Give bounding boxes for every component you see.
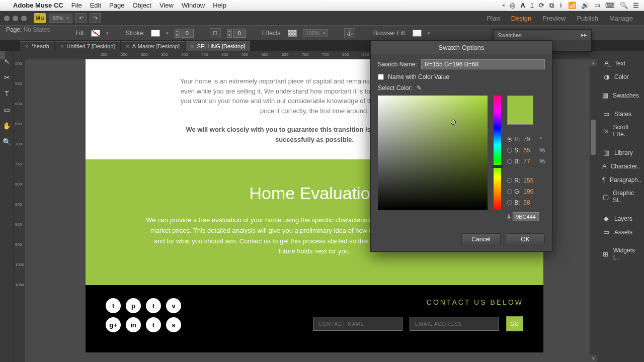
mode-plan[interactable]: Plan: [487, 15, 500, 22]
scroll-up-icon[interactable]: ▴: [590, 59, 597, 66]
hand-tool-icon[interactable]: ✋: [3, 122, 12, 131]
mode-preview[interactable]: Preview: [542, 15, 566, 22]
panel-toggle-icon[interactable]: [0, 51, 5, 59]
b-value[interactable]: 77: [523, 158, 537, 165]
s-value[interactable]: 65: [523, 147, 537, 154]
adobe-badge[interactable]: A: [520, 2, 525, 9]
tumblr-icon[interactable]: t: [146, 317, 161, 332]
panel-swatches[interactable]: ▦Swatches: [597, 88, 644, 102]
scroll-thumb[interactable]: [591, 120, 596, 155]
stroke-width-stepper[interactable]: ▴▾: [175, 29, 194, 38]
text-tool-icon[interactable]: T: [3, 89, 12, 99]
linkedin-icon[interactable]: in: [126, 317, 141, 332]
close-icon[interactable]: ×: [191, 43, 194, 49]
stroke-swatch[interactable]: [151, 30, 160, 37]
input-icon[interactable]: ⌨: [605, 2, 615, 9]
googleplus-icon[interactable]: g+: [106, 317, 121, 332]
panel-graphic-styles[interactable]: ▢Graphic St..: [597, 187, 644, 207]
go-button[interactable]: GO: [506, 316, 523, 331]
panel-collapse-icon[interactable]: ▸▸: [581, 32, 587, 38]
s-radio[interactable]: [507, 148, 512, 153]
bc-value[interactable]: 68: [523, 199, 537, 206]
crop-tool-icon[interactable]: ✂: [3, 73, 12, 82]
vertical-scrollbar[interactable]: ▴ ▾: [590, 59, 597, 362]
ok-button[interactable]: OK: [506, 233, 545, 245]
hex-input[interactable]: [513, 212, 539, 221]
panel-states[interactable]: ▭States: [597, 107, 644, 121]
contact-email-input[interactable]: [410, 317, 499, 331]
rectangle-tool-icon[interactable]: ▭: [3, 106, 12, 115]
scroll-down-icon[interactable]: ▾: [590, 355, 597, 362]
menu-page[interactable]: Page: [109, 2, 124, 9]
mode-design[interactable]: Design: [511, 15, 531, 22]
h-radio[interactable]: [507, 137, 512, 142]
menu-edit[interactable]: Edit: [90, 2, 101, 9]
status-stop-icon[interactable]: ▪: [503, 2, 505, 9]
undo-icon[interactable]: ↶: [75, 13, 87, 23]
close-icon[interactable]: ×: [25, 43, 28, 49]
volume-icon[interactable]: 🔊: [581, 2, 589, 9]
mode-publish[interactable]: Publish: [577, 15, 598, 22]
twitter-icon[interactable]: t: [146, 298, 161, 313]
window-controls[interactable]: [4, 16, 27, 21]
wifi-icon[interactable]: 📶: [568, 2, 576, 9]
mode-manage[interactable]: Manage: [609, 15, 633, 22]
panel-scroll-effects[interactable]: fxScroll Effe..: [597, 121, 644, 141]
swatch-name-input[interactable]: [421, 59, 545, 69]
panel-text[interactable]: A͟Text: [597, 56, 644, 70]
skype-icon[interactable]: s: [166, 317, 181, 332]
tab-amaster[interactable]: ×A-Master [Desktop]: [121, 41, 185, 51]
tab-untitled7[interactable]: ×Untitled 7 [Desktop]: [55, 41, 120, 51]
eyedropper-icon[interactable]: ✎: [417, 84, 422, 92]
redo-icon[interactable]: ↷: [90, 13, 101, 23]
spotlight-icon[interactable]: 🔍: [620, 2, 628, 9]
effects-swatch[interactable]: [288, 30, 297, 37]
corner-icon[interactable]: ◻: [210, 28, 221, 38]
r-radio[interactable]: [507, 178, 512, 183]
battery-icon[interactable]: ▭: [594, 2, 600, 9]
cc-icon[interactable]: ◎: [510, 2, 515, 9]
opacity-dropdown[interactable]: 100%: [303, 29, 328, 37]
tab-hearth[interactable]: ×*hearth: [20, 41, 54, 51]
menu-view[interactable]: View: [159, 2, 174, 9]
menu-window[interactable]: Window: [182, 2, 205, 9]
page-state-dropdown[interactable]: No States: [24, 26, 50, 33]
saturation-value-picker[interactable]: [378, 96, 488, 210]
panel-library[interactable]: ▥Library: [597, 146, 644, 159]
menu-help[interactable]: Help: [213, 2, 226, 9]
panel-widgets[interactable]: ⊞Widgets L..: [597, 244, 644, 264]
panel-character[interactable]: ACharacter..: [597, 159, 644, 173]
r-value[interactable]: 155: [523, 177, 537, 184]
panel-paragraph[interactable]: ¶Paragraph..: [597, 173, 644, 187]
browser-fill-swatch[interactable]: [413, 30, 422, 37]
menu-object[interactable]: Object: [132, 2, 151, 9]
g-value[interactable]: 196: [523, 188, 537, 195]
sv-cursor-icon[interactable]: [451, 120, 456, 125]
tab-selling[interactable]: ×SELLING [Desktop]: [186, 41, 250, 51]
vimeo-icon[interactable]: v: [166, 298, 181, 313]
close-icon[interactable]: ×: [126, 43, 129, 49]
menu-file[interactable]: File: [71, 2, 82, 9]
b-radio[interactable]: [507, 159, 512, 164]
bluetooth-icon[interactable]: ᚼ: [559, 2, 563, 9]
hue-slider[interactable]: [494, 96, 501, 210]
panel-assets[interactable]: ▭Assets: [597, 225, 644, 239]
cancel-button[interactable]: Cancel: [461, 233, 501, 245]
anchor-icon[interactable]: ⚓: [344, 28, 355, 38]
hamburger-icon[interactable]: ☰: [633, 2, 639, 9]
hue-indicator-icon[interactable]: [492, 165, 503, 168]
g-radio[interactable]: [507, 189, 512, 194]
contact-name-input[interactable]: [313, 317, 403, 331]
close-icon[interactable]: ×: [60, 43, 63, 49]
panel-color[interactable]: ◑Color: [597, 70, 644, 83]
sync-icon[interactable]: ⟳: [539, 2, 544, 9]
dropbox-icon[interactable]: ⧉: [549, 2, 554, 10]
pinterest-icon[interactable]: p: [126, 298, 141, 313]
fill-swatch[interactable]: [91, 30, 100, 37]
name-with-color-checkbox[interactable]: [378, 74, 384, 80]
bc-radio[interactable]: [507, 200, 512, 205]
h-value[interactable]: 79: [523, 136, 537, 143]
panel-layers[interactable]: ◆Layers: [597, 212, 644, 225]
zoom-tool-icon[interactable]: 🔍: [3, 138, 12, 147]
facebook-icon[interactable]: f: [106, 298, 121, 313]
